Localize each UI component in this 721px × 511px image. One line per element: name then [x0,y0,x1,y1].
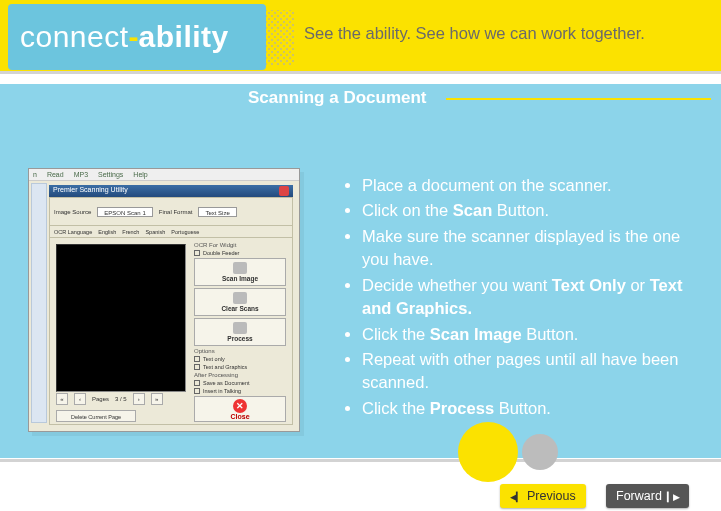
menu-item: MP3 [74,171,88,178]
shot-title: Premier Scanning Utility [53,186,128,196]
list-item: Click the Scan Image Button. [362,323,699,346]
opts-label: Options [194,348,286,354]
instr-text: Place a document on the scanner. [362,176,612,194]
instr-text: or [626,276,650,294]
after-label: After Processing [194,372,286,378]
instr-text: Button. [492,201,549,219]
process-label: Process [227,335,252,342]
scanning-utility-screenshot: n Read MP3 Settings Help Premier Scannin… [28,168,300,432]
close-x-icon: ✕ [233,399,247,413]
fmt-drop: Text Size [198,207,236,217]
pages-label: Pages [92,396,109,402]
scan-image-button: Scan Image [194,258,286,286]
instr-text: Repeat with other pages until all have b… [362,350,678,391]
after1: Save as Document [194,380,286,386]
instr-text: Button. [494,399,551,417]
opt-label: Text only [203,356,225,362]
forward-button[interactable]: Forward [606,484,689,508]
shot-titlebar: Premier Scanning Utility [49,185,293,197]
scanner-icon [233,262,247,274]
prev-icon: ‹ [74,393,86,405]
first-icon: « [56,393,68,405]
instr-text: Decide whether you want [362,276,552,294]
fwd-label: Forward [616,489,662,503]
opt1: Text only [194,356,286,362]
shot-chk: Double Feeder [194,250,286,256]
process-button: Process [194,318,286,346]
opt-label: Text and Graphics [203,364,247,370]
brand-connect: connect [20,20,129,54]
list-item: Make sure the scanner displayed is the o… [362,225,699,272]
brand-logo: connect-ability [8,4,266,70]
chk-label: Double Feeder [203,250,239,256]
instr-text: Click the [362,399,430,417]
lang-opt: Portuguese [171,229,199,235]
next-icon: › [133,393,145,405]
clear-scans-button: Clear Scans [194,288,286,316]
list-item: Click on the Scan Button. [362,199,699,222]
shot-menu: n Read MP3 Settings Help [29,169,299,181]
decor-circle-grey [522,434,558,470]
menu-item: Help [133,171,147,178]
instr-bold: Text Only [552,276,626,294]
shot-langs: OCR Language English French Spanish Port… [50,226,292,238]
process-icon [233,322,247,334]
shot-pagectrl: « ‹ Pages 3 / 5 › » [56,392,186,406]
list-item: Place a document on the scanner. [362,174,699,197]
ocr-label: OCR For Widgit [194,242,286,248]
instr-bold: Scan Image [430,325,522,343]
brand-dash: - [129,20,139,54]
close-label: Close [230,413,249,420]
list-item: Decide whether you want Text Only or Tex… [362,274,699,321]
decor-circle-yellow [458,422,518,482]
brand-ability: ability [139,20,229,54]
arrow-left-icon [510,489,522,503]
instructions-list: Place a document on the scanner. Click o… [340,174,699,422]
src-label: Image Source [54,209,91,215]
close-icon [279,186,289,196]
instr-text: Click on the [362,201,453,219]
arrow-right-icon [667,489,679,503]
instr-text: Click the [362,325,430,343]
opt2: Text and Graphics [194,364,286,370]
close-button: ✕Close [194,396,286,422]
title-rule [446,98,711,100]
lang-opt: French [122,229,139,235]
shot-topctrls: Image Source EPSON Scan 1 Final Format T… [50,198,292,226]
page-title: Scanning a Document [248,88,427,108]
footer: Previous Forward [0,459,721,511]
clear-label: Clear Scans [221,305,258,312]
shot-preview [56,244,186,392]
list-item: Click the Process Button. [362,397,699,420]
shot-body: Image Source EPSON Scan 1 Final Format T… [49,197,293,425]
clear-icon [233,292,247,304]
delete-page-button: Delete Current Page [56,410,136,422]
lang-opt: English [98,229,116,235]
shot-right-column: OCR For Widgit Double Feeder Scan Image … [194,242,286,422]
previous-button[interactable]: Previous [500,484,586,508]
list-item: Repeat with other pages until all have b… [362,348,699,395]
menu-item: Read [47,171,64,178]
prev-label: Previous [527,489,576,503]
menu-item: Settings [98,171,123,178]
tagline: See the ability. See how we can work tog… [304,24,645,43]
header-band: connect-ability See the ability. See how… [0,0,721,74]
fmt-label: Final Format [159,209,193,215]
after-opt: Save as Document [203,380,249,386]
instr-text: Make sure the scanner displayed is the o… [362,227,680,268]
pages-value: 3 / 5 [115,396,127,402]
src-dropdown: EPSON Scan 1 [97,207,152,217]
instr-bold: Scan [453,201,492,219]
shot-sidebar [31,183,47,423]
after2: Insert in Talking [194,388,286,394]
main-panel: Scanning a Document n Read MP3 Settings … [0,84,721,458]
instr-bold: Process [430,399,494,417]
lang-label: OCR Language [54,229,92,235]
last-icon: » [151,393,163,405]
instr-text: Button. [522,325,579,343]
menu-item: n [33,171,37,178]
scan-label: Scan Image [222,275,258,282]
lang-opt: Spanish [145,229,165,235]
after-opt: Insert in Talking [203,388,241,394]
